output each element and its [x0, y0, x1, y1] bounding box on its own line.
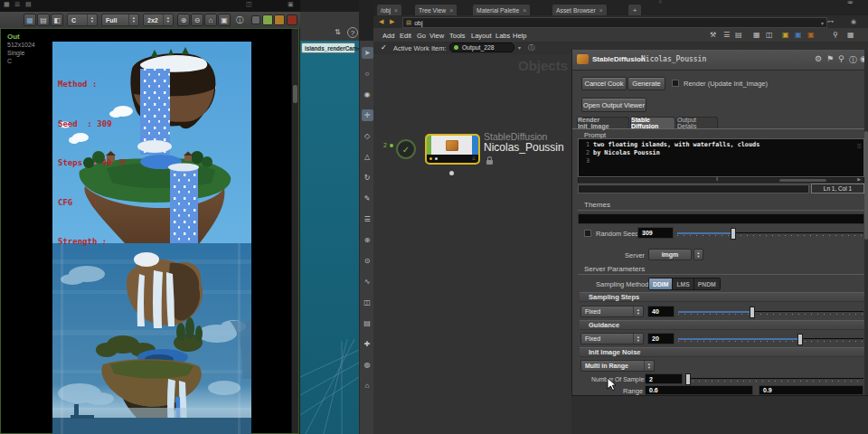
tool-pose-icon[interactable]: ↻ [362, 172, 373, 184]
flipbook-icon[interactable]: ▤ [37, 14, 50, 26]
channel-spinner[interactable]: ▴▾ [87, 14, 97, 25]
tool-measure-icon[interactable]: ◍ [362, 359, 373, 371]
menubar-grid1-icon[interactable]: ▦ [753, 31, 760, 39]
tool-home-icon[interactable]: ⌂ [362, 380, 373, 392]
tool-select-icon[interactable]: ➤ [362, 47, 373, 59]
mplay-menu-icon[interactable]: ☰ [14, 1, 20, 8]
param-gear-icon[interactable]: ⚙ [815, 54, 822, 63]
node-band-menu-icon[interactable]: ☰ [472, 156, 476, 161]
render-update-checkbox[interactable] [672, 80, 679, 87]
nav-forward-icon[interactable]: ▶ [390, 18, 394, 25]
number-of-samples-slider-handle[interactable] [685, 373, 691, 385]
help-icon[interactable]: ? [347, 27, 358, 38]
init-image-noise-band[interactable]: Init Image Noise [580, 347, 868, 357]
viewer-info-icon[interactable]: ⓘ [233, 14, 246, 26]
guidance-mode-select[interactable]: Fixed ▴▾ [580, 333, 644, 344]
menubar-snippet-orange-icon[interactable]: ▣ [807, 31, 815, 39]
tab-stable-diffusion[interactable]: Stable Diffusion [630, 117, 675, 128]
sampling-steps-band[interactable]: Sampling Steps [580, 292, 868, 302]
tab-tree-view-close-icon[interactable]: × [449, 7, 453, 14]
param-scrollbar-handle[interactable] [864, 131, 868, 240]
menubar-grid2-icon[interactable]: ◫ [766, 31, 773, 39]
prompt-scrollbar[interactable]: ‖ ▶ [578, 177, 864, 183]
number-of-samples-field[interactable]: 2 [645, 373, 683, 384]
zoom-in-icon[interactable]: ⊕ [177, 14, 190, 26]
path-options-icon[interactable]: ◉ [851, 18, 856, 25]
sampler-ddim-button[interactable]: DDIM [649, 278, 673, 289]
compare-icon[interactable]: ◧ [51, 14, 63, 26]
param-scrollbar[interactable] [864, 50, 868, 395]
tool-layers-icon[interactable]: ▤ [362, 317, 373, 329]
tab-asset-browser[interactable]: Asset Browser × [552, 5, 607, 15]
sampling-steps-slider[interactable] [678, 306, 863, 317]
param-node-name[interactable]: Nicolas_Poussin [641, 55, 706, 63]
node-output-flag[interactable] [472, 136, 478, 155]
menubar-snippet-blue-icon[interactable]: ▣ [795, 31, 802, 39]
param-search-icon[interactable]: ⚲ [838, 54, 844, 63]
layout-spinner[interactable]: ▴▾ [163, 14, 173, 25]
menu-tools[interactable]: Tools [449, 32, 466, 40]
menu-edit[interactable]: Edit [400, 32, 411, 40]
mplay-window-icon[interactable]: ◫ [246, 1, 252, 8]
path-field[interactable]: ▤ obj ▾ [402, 17, 827, 28]
viewport-3d[interactable] [300, 41, 359, 434]
prompt-resize-grip-icon[interactable]: ☰ [857, 143, 862, 149]
new-tab-button[interactable]: + [628, 5, 641, 15]
work-item-info-icon[interactable]: ⓘ [528, 43, 535, 52]
range-max-field[interactable]: 0.9 [759, 385, 863, 395]
path-caret-icon[interactable]: ▾ [821, 20, 824, 26]
prompt-editor[interactable]: 1 two floating islands, with waterfalls,… [578, 138, 864, 177]
themes-field[interactable] [578, 213, 864, 224]
home-view-icon[interactable]: ⌂ [204, 14, 217, 26]
menu-view[interactable]: View [429, 32, 444, 40]
server-spinner[interactable]: ▴▾ [693, 249, 703, 260]
mplay-scrollbar[interactable] [291, 29, 298, 433]
tool-move-icon[interactable]: ✛ [362, 109, 373, 121]
guidance-slider[interactable] [678, 333, 863, 344]
prompt-scroll-handle[interactable] [779, 179, 826, 182]
menubar-wrench-icon[interactable]: ⚒ [710, 31, 716, 39]
render-region-icon[interactable] [287, 14, 297, 25]
sort-icon[interactable]: ⇅ [335, 28, 341, 36]
tool-handles-icon[interactable]: ◉ [362, 89, 373, 100]
nav-back-icon[interactable]: ◀ [379, 18, 383, 25]
tool-curve-icon[interactable]: ∿ [362, 276, 373, 288]
sampling-steps-slider-handle[interactable] [750, 307, 755, 318]
number-of-samples-slider[interactable] [686, 373, 863, 384]
tool-snap-icon[interactable]: ☰ [362, 213, 373, 225]
tab-asset-browser-close-icon[interactable]: × [599, 7, 603, 14]
menubar-search-icon[interactable]: ⚲ [833, 31, 838, 39]
menubar-pages-icon[interactable]: ▤ [735, 31, 742, 39]
gamma-icon[interactable] [262, 14, 273, 25]
open-output-viewer-button[interactable]: Open Output Viewer [581, 98, 646, 112]
viewmode-select[interactable]: Full ▴▾ [101, 14, 139, 26]
server-select[interactable]: imgm [648, 249, 692, 260]
tab-obj-close-icon[interactable]: × [394, 7, 398, 14]
frame-view-icon[interactable]: ▣ [218, 14, 231, 26]
work-item-caret-icon[interactable]: ▾ [518, 44, 521, 51]
menu-layout[interactable]: Layout [471, 32, 492, 40]
generate-button[interactable]: Generate [627, 77, 665, 90]
menu-help[interactable]: Help [513, 32, 526, 40]
channel-select[interactable]: C ▴▾ [67, 14, 98, 26]
sampler-pndm-button[interactable]: PNDM [694, 278, 720, 289]
node-stablediffusion[interactable]: ☰ [425, 134, 480, 165]
node-flag-dot-yellow[interactable] [429, 157, 432, 160]
prompt-scroll-arrow-icon[interactable]: ▶ [857, 176, 861, 182]
mplay-maximize-icon[interactable]: ▣ [288, 1, 294, 8]
mplay-scrollbar-handle[interactable] [293, 85, 297, 103]
guidance-band[interactable]: Guidance [580, 320, 868, 330]
seed-slider-handle[interactable] [731, 228, 736, 240]
sampling-steps-mode-select[interactable]: Fixed ▴▾ [580, 306, 644, 317]
lut-icon[interactable] [274, 14, 285, 25]
menu-go[interactable]: Go [417, 32, 426, 40]
node-flag-dot-white[interactable] [435, 157, 438, 160]
seed-value-field[interactable]: 309 [637, 227, 674, 239]
layout-select[interactable]: 2x2 ▴▾ [143, 14, 174, 26]
prompt-command-field[interactable] [578, 184, 809, 193]
seed-slider[interactable] [677, 227, 863, 239]
tab-material-palette-close-icon[interactable]: × [523, 7, 526, 14]
tool-plus-icon[interactable]: ✚ [362, 338, 373, 350]
mplay-viewer[interactable]: Out 512x1024 Single C [0, 28, 299, 434]
tab-material-palette[interactable]: Material Palette × [473, 5, 530, 15]
